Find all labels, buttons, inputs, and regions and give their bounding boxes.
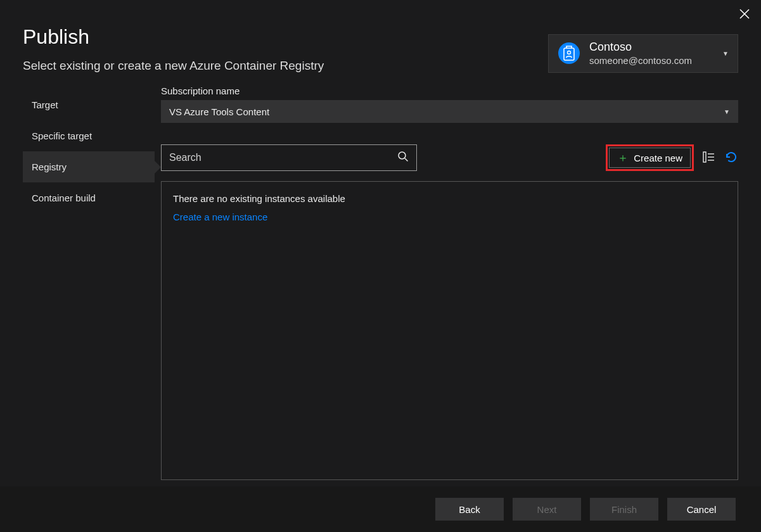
svg-line-6 — [405, 158, 408, 162]
sidebar-item-container-build[interactable]: Container build — [23, 182, 155, 213]
chevron-down-icon: ▼ — [722, 50, 729, 57]
sidebar-item-label: Target — [32, 99, 58, 110]
account-badge-icon — [558, 42, 580, 65]
svg-rect-7 — [703, 152, 706, 162]
subscription-label: Subscription name — [161, 86, 738, 96]
finish-button[interactable]: Finish — [590, 498, 658, 521]
svg-point-5 — [399, 152, 406, 159]
sidebar-item-target[interactable]: Target — [23, 89, 155, 120]
sidebar-item-label: Registry — [32, 162, 67, 172]
search-icon — [397, 151, 409, 165]
back-button[interactable]: Back — [435, 498, 504, 521]
account-email: someone@contoso.com — [589, 54, 692, 67]
sidebar-item-specific-target[interactable]: Specific target — [23, 120, 155, 151]
toolbar: ＋ Create new — [606, 144, 738, 171]
page-title: Publish — [23, 25, 324, 49]
results-panel: There are no existing instances availabl… — [161, 181, 738, 480]
tree-view-icon[interactable] — [703, 151, 715, 165]
search-input[interactable] — [169, 152, 397, 163]
body: Target Specific target Registry Containe… — [0, 73, 761, 480]
header-text: Publish Select existing or create a new … — [23, 25, 324, 73]
footer: Back Next Finish Cancel — [0, 486, 761, 532]
account-name: Contoso — [589, 40, 692, 54]
create-new-button[interactable]: ＋ Create new — [609, 148, 691, 168]
search-row: ＋ Create new — [161, 144, 738, 171]
subscription-value: VS Azure Tools Content — [169, 106, 269, 117]
plus-icon: ＋ — [617, 152, 629, 163]
account-selector[interactable]: Contoso someone@contoso.com ▼ — [548, 34, 738, 73]
next-button[interactable]: Next — [513, 498, 581, 521]
sidebar-item-registry[interactable]: Registry — [23, 151, 155, 182]
subscription-dropdown[interactable]: VS Azure Tools Content ▼ — [161, 100, 738, 123]
close-icon — [739, 9, 750, 19]
cancel-button[interactable]: Cancel — [667, 498, 736, 521]
header: Publish Select existing or create a new … — [0, 0, 761, 73]
publish-dialog: Publish Select existing or create a new … — [0, 0, 761, 532]
sidebar-item-label: Specific target — [32, 130, 92, 141]
search-box[interactable] — [161, 144, 417, 171]
create-instance-link[interactable]: Create a new instance — [173, 212, 267, 222]
account-text: Contoso someone@contoso.com — [589, 40, 692, 67]
page-subtitle: Select existing or create a new Azure Co… — [23, 59, 324, 73]
main-panel: Subscription name VS Azure Tools Content… — [161, 86, 738, 480]
sidebar-item-label: Container build — [32, 193, 96, 203]
create-new-label: Create new — [634, 153, 682, 163]
empty-message: There are no existing instances availabl… — [173, 193, 726, 204]
create-new-highlight: ＋ Create new — [606, 144, 694, 171]
sidebar: Target Specific target Registry Containe… — [23, 86, 155, 480]
refresh-icon[interactable] — [724, 150, 738, 166]
close-button[interactable] — [739, 8, 750, 22]
chevron-down-icon: ▼ — [724, 108, 730, 115]
